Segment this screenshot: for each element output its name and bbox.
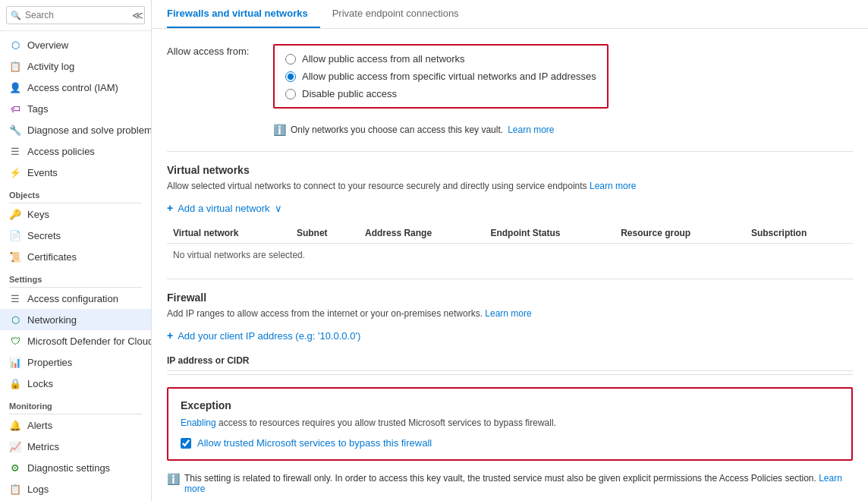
plus-icon: + [167, 202, 173, 214]
no-vnet-text: No virtual networks are selected. [167, 244, 853, 267]
add-virtual-network-link[interactable]: + Add a virtual network ∨ [167, 202, 853, 214]
sidebar-item-activity-log[interactable]: 📋 Activity log [0, 55, 151, 77]
sidebar: 🔍 ≪ ⬡ Overview 📋 Activity log 👤 Access c… [0, 0, 152, 501]
events-icon: ⚡ [9, 166, 21, 178]
learn-more-firewall-link[interactable]: Learn more [485, 308, 531, 319]
overview-icon: ⬡ [9, 39, 21, 51]
firewall-section: Firewall Add IP ranges to allow access f… [167, 291, 853, 375]
exception-desc: Enabling access to resources requires yo… [181, 417, 839, 428]
radio-specific-networks-input[interactable] [285, 71, 296, 82]
sidebar-item-keys[interactable]: 🔑 Keys [0, 203, 151, 225]
radio-disable-input[interactable] [285, 89, 296, 99]
radio-specific-networks[interactable]: Allow public access from specific virtua… [285, 71, 596, 82]
tags-icon: 🏷 [9, 102, 21, 115]
learn-more-link-1[interactable]: Learn more [508, 124, 554, 135]
table-row: No virtual networks are selected. [167, 244, 853, 267]
settings-section-header: Settings [0, 267, 151, 287]
diagnose-icon: 🔧 [9, 124, 21, 136]
keys-icon: 🔑 [9, 208, 21, 220]
exception-checkbox[interactable] [181, 438, 191, 449]
virtual-networks-title: Virtual networks [167, 164, 853, 176]
info-icon: ℹ️ [273, 124, 286, 136]
firewall-title: Firewall [167, 291, 853, 304]
firewall-desc: Add IP ranges to allow access from the i… [167, 308, 853, 319]
info-note: ℹ️ Only networks you choose can access t… [273, 124, 853, 136]
col-endpoint-status: Endpoint Status [484, 223, 615, 244]
sidebar-item-secrets[interactable]: 📄 Secrets [0, 225, 151, 246]
sidebar-item-access-control[interactable]: 👤 Access control (IAM) [0, 77, 151, 98]
ip-column-header: IP address or CIDR [167, 351, 853, 371]
access-policies-icon: ☰ [9, 145, 21, 157]
sidebar-item-properties[interactable]: 📊 Properties [0, 351, 151, 373]
col-virtual-network: Virtual network [167, 223, 291, 244]
sidebar-item-access-configuration[interactable]: ☰ Access configuration [0, 288, 151, 309]
certificates-icon: 📜 [9, 250, 21, 263]
add-ip-link[interactable]: + Add your client IP address (e.g: '10.0… [167, 329, 853, 342]
secrets-icon: 📄 [9, 229, 21, 241]
footer-info-icon: ℹ️ [167, 473, 180, 485]
properties-icon: 📊 [9, 356, 21, 368]
sidebar-item-locks[interactable]: 🔒 Locks [0, 373, 151, 394]
activity-log-icon: 📋 [9, 60, 21, 72]
col-address-range: Address Range [359, 223, 484, 244]
tab-firewalls[interactable]: Firewalls and virtual networks [167, 0, 320, 28]
exception-title: Exception [181, 399, 839, 411]
sidebar-item-networking[interactable]: ⬡ Networking [0, 309, 151, 330]
access-config-icon: ☰ [9, 292, 21, 304]
monitoring-section-header: Monitoring [0, 394, 151, 414]
logs-icon: 📋 [9, 483, 21, 495]
col-resource-group: Resource group [615, 223, 745, 244]
access-control-icon: 👤 [9, 81, 21, 93]
virtual-networks-desc: Allow selected virtual networks to conne… [167, 181, 853, 191]
sidebar-item-diagnose[interactable]: 🔧 Diagnose and solve problems [0, 119, 151, 140]
content-area: Allow access from: Allow public access f… [152, 29, 868, 501]
sidebar-nav: ⬡ Overview 📋 Activity log 👤 Access contr… [0, 31, 151, 501]
access-options-box: Allow public access from all networks Al… [273, 44, 609, 109]
objects-section-header: Objects [0, 183, 151, 203]
defender-icon: 🛡 [9, 335, 21, 347]
col-subscription: Subscription [745, 223, 853, 244]
virtual-networks-section: Virtual networks Allow selected virtual … [167, 164, 853, 266]
sidebar-item-certificates[interactable]: 📜 Certificates [0, 246, 151, 267]
sidebar-item-overview[interactable]: ⬡ Overview [0, 34, 151, 55]
sidebar-item-metrics[interactable]: 📈 Metrics [0, 436, 151, 457]
col-subnet: Subnet [291, 223, 359, 244]
networking-icon: ⬡ [9, 314, 21, 326]
alerts-icon: 🔔 [9, 419, 21, 431]
tab-private-endpoint[interactable]: Private endpoint connections [332, 0, 471, 28]
diagnostic-icon: ⚙ [9, 462, 21, 474]
search-container: 🔍 ≪ [0, 0, 151, 31]
radio-all-networks-input[interactable] [285, 54, 296, 65]
footer-note: ℹ️ This setting is related to firewall o… [167, 473, 853, 494]
sidebar-item-defender[interactable]: 🛡 Microsoft Defender for Cloud [0, 330, 151, 351]
sidebar-item-access-policies[interactable]: ☰ Access policies [0, 140, 151, 162]
sidebar-item-tags[interactable]: 🏷 Tags [0, 98, 151, 119]
collapse-button[interactable]: ≪ [132, 9, 143, 21]
radio-disable[interactable]: Disable public access [285, 88, 596, 99]
allow-access-section: Allow access from: Allow public access f… [167, 44, 853, 109]
radio-all-networks[interactable]: Allow public access from all networks [285, 53, 596, 65]
metrics-icon: 📈 [9, 440, 21, 452]
sidebar-item-diagnostic[interactable]: ⚙ Diagnostic settings [0, 457, 151, 478]
virtual-networks-table: Virtual network Subnet Address Range End… [167, 223, 853, 266]
main-content: Firewalls and virtual networks Private e… [152, 0, 868, 501]
tabs-container: Firewalls and virtual networks Private e… [152, 0, 868, 29]
sidebar-item-logs[interactable]: 📋 Logs [0, 478, 151, 499]
exception-box: Exception Enabling access to resources r… [167, 387, 853, 461]
sidebar-item-alerts[interactable]: 🔔 Alerts [0, 414, 151, 436]
chevron-down-icon: ∨ [275, 203, 282, 214]
allow-access-label: Allow access from: [167, 44, 258, 57]
search-icon: 🔍 [11, 11, 21, 20]
exception-checkbox-label[interactable]: Allow trusted Microsoft services to bypa… [181, 437, 839, 449]
plus-icon-firewall: + [167, 329, 173, 342]
locks-icon: 🔒 [9, 377, 21, 389]
sidebar-item-events[interactable]: ⚡ Events [0, 162, 151, 183]
learn-more-vnet-link[interactable]: Learn more [590, 181, 636, 191]
search-input[interactable] [6, 6, 145, 24]
